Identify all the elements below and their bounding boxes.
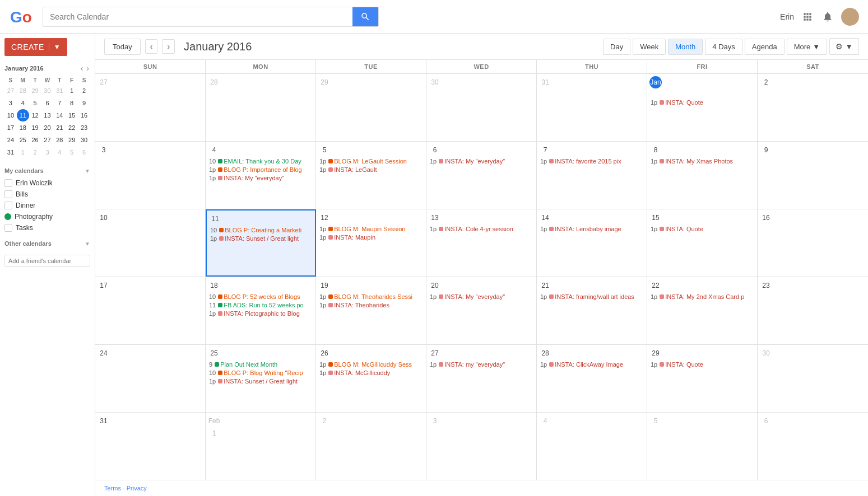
avatar[interactable] <box>841 8 859 26</box>
calendar-event[interactable]: 1pINSTA: My "everyday" <box>429 293 534 301</box>
calendar-event[interactable]: 1pINSTA: framing/wall art ideas <box>539 293 644 301</box>
calendar-event[interactable]: 1pINSTA: my "everyday" <box>429 361 534 368</box>
mini-cal-day[interactable]: 7 <box>53 97 66 109</box>
mini-cal-title[interactable]: January 2016 <box>4 65 44 72</box>
today-button[interactable]: Today <box>104 39 141 55</box>
mini-cal-day[interactable]: 10 <box>4 109 17 121</box>
calendar-event[interactable]: 9Plan Out Next Month <box>208 361 313 368</box>
mini-cal-day[interactable]: 3 <box>4 97 17 109</box>
calendar-event[interactable]: 11FB ADS: Run to 52 weeks po <box>208 301 313 309</box>
calendar-cell[interactable]: Jan 11pINSTA: Quote <box>647 74 758 141</box>
next-button[interactable]: › <box>162 39 175 54</box>
calendar-event[interactable]: 1pBLOG M: LeGault Session <box>318 157 424 165</box>
calendar-cell[interactable]: 2 <box>316 413 426 480</box>
calendar-event[interactable]: 1pINSTA: Pictographic to Blog <box>208 310 313 317</box>
calendar-cell[interactable]: 131pINSTA: Cole 4-yr session <box>426 209 537 277</box>
mini-cal-next-button[interactable]: › <box>85 63 90 74</box>
calendar-item[interactable]: Bills <box>4 189 90 200</box>
mini-cal-day[interactable]: 3 <box>41 146 54 158</box>
my-calendars-section[interactable]: My calendars ▼ <box>4 167 90 174</box>
calendar-cell[interactable]: 141pINSTA: Lensbaby image <box>537 209 647 277</box>
calendar-event[interactable]: 1pINSTA: Sunset / Great light <box>208 377 313 385</box>
calendar-event[interactable]: 10BLOG P: 52 weeks of Blogs <box>208 293 313 301</box>
calendar-event[interactable]: 1pBLOG P: Importance of Blog <box>208 166 313 174</box>
mini-cal-day[interactable]: 11 <box>17 109 29 121</box>
mini-cal-day[interactable]: 20 <box>41 121 54 134</box>
mini-cal-day[interactable]: 31 <box>4 146 17 158</box>
calendar-event[interactable]: 10BLOG P: Blog Writing "Recip <box>208 369 313 377</box>
calendar-event[interactable]: 1pINSTA: favorite 2015 pix <box>539 157 644 165</box>
calendar-cell[interactable]: 121pBLOG M: Maupin Session1pINSTA: Maupi… <box>316 209 426 277</box>
calendar-cell[interactable]: 81pINSTA: My Xmas Photos <box>647 142 758 209</box>
mini-cal-day[interactable]: 29 <box>29 85 41 97</box>
calendar-cell[interactable]: 71pINSTA: favorite 2015 pix <box>537 142 647 209</box>
calendar-event[interactable]: 10EMAIL: Thank you & 30 Day <box>208 157 313 165</box>
calendar-cell[interactable]: 2 <box>758 74 868 141</box>
calendar-item[interactable]: Photography <box>4 211 90 222</box>
mini-cal-day[interactable]: 15 <box>66 109 78 121</box>
mini-cal-day[interactable]: 2 <box>78 85 90 97</box>
mini-cal-day[interactable]: 8 <box>66 97 78 109</box>
calendar-cell[interactable]: 30 <box>758 345 868 412</box>
mini-cal-day[interactable]: 22 <box>66 121 78 134</box>
calendar-cell[interactable]: 28 <box>206 74 316 141</box>
calendar-event[interactable]: 1pINSTA: Cole 4-yr session <box>429 225 534 233</box>
mini-cal-day[interactable]: 19 <box>29 121 41 134</box>
add-friend-input[interactable] <box>4 255 90 267</box>
mini-cal-day[interactable]: 16 <box>78 109 90 121</box>
calendar-item[interactable]: Tasks <box>4 222 90 233</box>
calendar-cell[interactable]: 281pINSTA: ClickAway Image <box>537 345 647 412</box>
search-button[interactable] <box>352 7 378 27</box>
calendar-event[interactable]: 1pINSTA: Maupin <box>318 233 424 241</box>
other-calendars-section[interactable]: Other calendars ▼ <box>4 240 90 247</box>
calendar-cell[interactable]: Feb 1 <box>206 413 316 480</box>
calendar-event[interactable]: 1pINSTA: ClickAway Image <box>539 361 644 368</box>
calendar-cell[interactable]: 27 <box>95 74 206 141</box>
calendar-cell[interactable]: 17 <box>95 277 206 344</box>
calendar-checkbox[interactable] <box>4 190 12 198</box>
calendar-cell[interactable]: 51pBLOG M: LeGault Session1pINSTA: LeGau… <box>316 142 426 209</box>
calendar-cell[interactable]: 16 <box>758 209 868 277</box>
calendar-event[interactable]: 1pINSTA: Quote <box>649 225 755 233</box>
calendar-event[interactable]: 1pINSTA: Sunset / Great light <box>209 235 313 242</box>
calendar-cell[interactable]: 201pINSTA: My "everyday" <box>426 277 537 344</box>
calendar-cell[interactable]: 259Plan Out Next Month10BLOG P: Blog Wri… <box>206 345 316 412</box>
mini-cal-day[interactable]: 5 <box>29 97 41 109</box>
calendar-cell[interactable]: 410EMAIL: Thank you & 30 Day1pBLOG P: Im… <box>206 142 316 209</box>
calendar-checkbox[interactable] <box>4 202 12 209</box>
mini-cal-prev-button[interactable]: ‹ <box>80 63 85 74</box>
calendar-item[interactable]: Dinner <box>4 200 90 211</box>
calendar-cell[interactable]: 151pINSTA: Quote <box>647 209 758 277</box>
calendar-event[interactable]: 1pINSTA: LeGault <box>318 166 424 174</box>
calendar-event[interactable]: 1pINSTA: McGillicuddy <box>318 369 424 377</box>
day-view-button[interactable]: Day <box>603 39 630 55</box>
mini-cal-day[interactable]: 23 <box>78 121 90 134</box>
mini-cal-day[interactable]: 6 <box>78 146 90 158</box>
mini-cal-day[interactable]: 18 <box>17 121 29 134</box>
calendar-checkbox[interactable] <box>4 224 12 232</box>
agenda-view-button[interactable]: Agenda <box>745 39 785 55</box>
calendar-cell[interactable]: 3 <box>95 142 206 209</box>
calendar-cell[interactable]: 191pBLOG M: Theoharides Sessi1pINSTA: Th… <box>316 277 426 344</box>
calendar-cell[interactable]: 23 <box>758 277 868 344</box>
calendar-event[interactable]: 1pINSTA: My "everyday" <box>208 174 313 182</box>
calendar-event[interactable]: 1pINSTA: My "everyday" <box>429 157 534 165</box>
calendar-event[interactable]: 1pINSTA: My 2nd Xmas Card p <box>649 293 755 301</box>
more-button[interactable]: More ▼ <box>787 39 828 55</box>
calendar-item[interactable]: Erin Wolczik <box>4 177 90 189</box>
mini-cal-day[interactable]: 25 <box>17 134 29 146</box>
calendar-cell[interactable]: 9 <box>758 142 868 209</box>
mini-cal-day[interactable]: 4 <box>53 146 66 158</box>
calendar-cell[interactable]: 31 <box>537 74 647 141</box>
calendar-cell[interactable]: 1110BLOG P: Creating a Marketi1pINSTA: S… <box>206 209 316 277</box>
terms-link[interactable]: Terms <box>104 485 121 492</box>
calendar-event[interactable]: 1pINSTA: Lensbaby image <box>539 225 644 233</box>
mini-cal-day[interactable]: 28 <box>17 85 29 97</box>
calendar-event[interactable]: 1pINSTA: Theoharides <box>318 301 424 309</box>
mini-cal-day[interactable]: 21 <box>53 121 66 134</box>
calendar-cell[interactable]: 29 <box>316 74 426 141</box>
mini-cal-day[interactable]: 31 <box>53 85 66 97</box>
mini-cal-day[interactable]: 30 <box>78 134 90 146</box>
mini-cal-day[interactable]: 12 <box>29 109 41 121</box>
search-input[interactable] <box>43 9 352 25</box>
